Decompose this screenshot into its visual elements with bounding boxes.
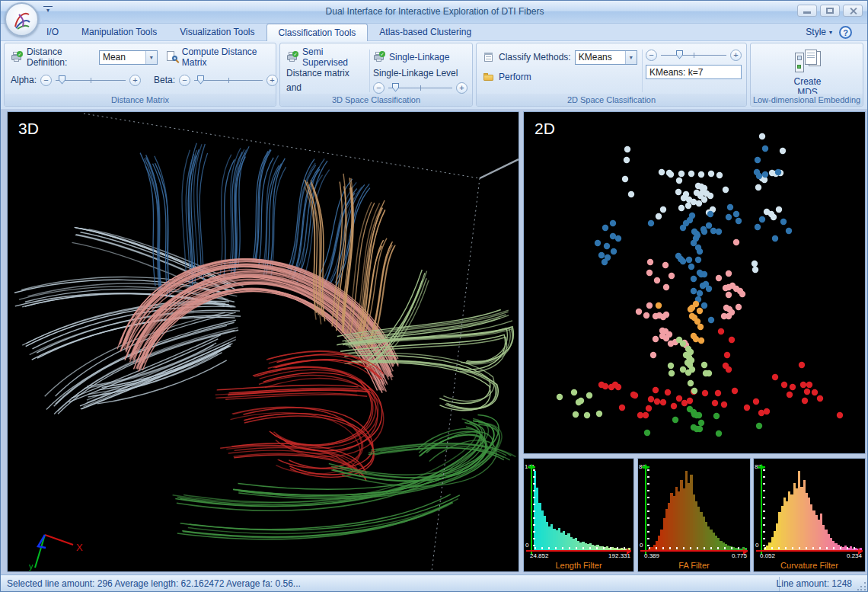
scatter-point[interactable]: [726, 270, 732, 277]
beta-slider-thumb[interactable]: [197, 75, 204, 85]
scatter-point[interactable]: [646, 302, 653, 309]
scatter-point[interactable]: [726, 214, 732, 220]
y-axis[interactable]: [645, 465, 646, 555]
scatter-point[interactable]: [762, 146, 768, 152]
scatter-point[interactable]: [744, 405, 750, 411]
scatter-point[interactable]: [698, 171, 704, 178]
scatter-point[interactable]: [756, 173, 762, 179]
scatter-point[interactable]: [721, 402, 727, 408]
scatter-point[interactable]: [653, 336, 659, 342]
scatter-point[interactable]: [802, 398, 808, 404]
scatter-point[interactable]: [780, 148, 786, 154]
scatter-point[interactable]: [669, 370, 675, 376]
scatter-point[interactable]: [688, 171, 694, 177]
scatter-point[interactable]: [733, 239, 739, 245]
scatter-point[interactable]: [676, 395, 682, 402]
scatter-point[interactable]: [648, 396, 654, 402]
scatter-point[interactable]: [665, 389, 671, 395]
scatter-point[interactable]: [689, 366, 695, 373]
distance-definition-combobox[interactable]: Mean ▾: [99, 50, 158, 65]
x-axis[interactable]: [756, 550, 863, 552]
scatter-point[interactable]: [678, 205, 685, 211]
alpha-decrease-button[interactable]: −: [40, 75, 52, 86]
scatter-point[interactable]: [654, 277, 660, 283]
scatter-point[interactable]: [786, 228, 792, 234]
scatter-point[interactable]: [775, 169, 781, 175]
scatter-point[interactable]: [672, 417, 678, 423]
scatter-point[interactable]: [598, 252, 605, 258]
scatter-point[interactable]: [718, 328, 724, 334]
alpha-increase-button[interactable]: +: [129, 75, 141, 86]
scatter-point[interactable]: [689, 313, 695, 319]
scatter-point[interactable]: [697, 290, 703, 296]
scatter-point[interactable]: [648, 220, 654, 226]
scatter-point[interactable]: [708, 171, 714, 177]
scatter-point[interactable]: [668, 363, 674, 369]
tab-manipulation-tools[interactable]: Manipulation Tools: [70, 24, 168, 41]
single-linkage-button[interactable]: Single-Linkage: [389, 52, 449, 62]
y-axis[interactable]: [761, 465, 762, 555]
scatter-point[interactable]: [571, 389, 577, 395]
scatter-point[interactable]: [693, 301, 699, 307]
scatter-point[interactable]: [694, 190, 700, 196]
application-menu-button[interactable]: [5, 2, 39, 37]
scatter-point[interactable]: [726, 292, 732, 298]
scatter-point[interactable]: [804, 389, 810, 395]
scatter-point[interactable]: [701, 229, 707, 235]
scatter-point[interactable]: [691, 276, 697, 282]
scatter-point[interactable]: [636, 309, 642, 315]
minimize-button[interactable]: [797, 5, 817, 17]
classify-methods-combobox[interactable]: KMeans ▾: [575, 50, 637, 65]
scatter-point[interactable]: [595, 240, 601, 246]
scatter-point[interactable]: [762, 171, 768, 178]
scatter-point[interactable]: [663, 335, 669, 341]
scatter-point[interactable]: [736, 218, 742, 224]
scatter-point[interactable]: [713, 413, 720, 419]
scatter-point[interactable]: [615, 384, 621, 390]
scatter-point[interactable]: [680, 258, 686, 264]
scatter-point[interactable]: [611, 248, 617, 254]
scatter-point[interactable]: [663, 284, 669, 290]
tab-classification-tools[interactable]: Classification Tools: [266, 24, 369, 41]
compute-distance-matrix-button[interactable]: Compute Distance Matrix: [182, 46, 271, 68]
scatter-point[interactable]: [624, 146, 630, 152]
scatter-point[interactable]: [660, 399, 666, 405]
scatter-point[interactable]: [701, 197, 707, 203]
scatter-point[interactable]: [695, 257, 701, 263]
scatter-point[interactable]: [688, 380, 694, 386]
scatter-point[interactable]: [647, 259, 653, 265]
scatter-point[interactable]: [656, 302, 662, 309]
scatter-point[interactable]: [644, 430, 650, 436]
scatter-point[interactable]: [654, 398, 660, 405]
scatter-point[interactable]: [663, 312, 669, 318]
kmeans-k-increase-button[interactable]: +: [730, 50, 742, 61]
scatter-point[interactable]: [584, 412, 590, 418]
scatter-point[interactable]: [817, 395, 823, 402]
single-linkage-increase-button[interactable]: +: [456, 82, 468, 94]
create-mds-button[interactable]: Create MDS: [751, 43, 863, 94]
scatter-point[interactable]: [706, 222, 712, 229]
resize-grip[interactable]: [857, 581, 866, 590]
alpha-slider-thumb[interactable]: [59, 75, 65, 85]
scatter-point[interactable]: [781, 382, 787, 388]
scatter-point[interactable]: [662, 262, 669, 268]
length-filter-histogram[interactable]: 171 0 24.852 192.331 Length Filter: [523, 458, 634, 572]
scatter-point[interactable]: [716, 430, 722, 437]
scatter-point[interactable]: [755, 184, 761, 190]
scatter-point[interactable]: [615, 235, 621, 242]
chevron-down-icon[interactable]: ▾: [145, 51, 157, 64]
scatter-point[interactable]: [716, 172, 723, 178]
tab-visualization-tools[interactable]: Visualization Tools: [168, 24, 266, 41]
scatter-point[interactable]: [726, 366, 732, 373]
viewport-3d[interactable]: 3D X y: [7, 111, 519, 572]
x-axis[interactable]: [640, 550, 748, 552]
scatter-point[interactable]: [697, 308, 703, 314]
scatter-point[interactable]: [696, 412, 702, 418]
scatter-point[interactable]: [753, 398, 759, 405]
scatter-point[interactable]: [800, 382, 806, 388]
scatter-point[interactable]: [755, 157, 761, 163]
scatter-point[interactable]: [772, 235, 778, 242]
scatter-point[interactable]: [675, 189, 681, 195]
beta-slider[interactable]: [194, 75, 263, 86]
scatter-point[interactable]: [685, 203, 691, 209]
